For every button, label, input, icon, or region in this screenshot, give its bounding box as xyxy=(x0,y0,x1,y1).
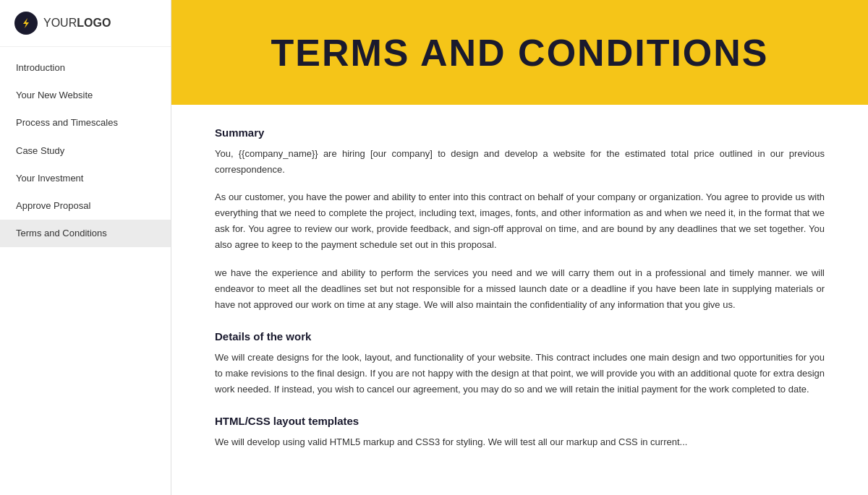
logo-area: YOURLOGO xyxy=(0,0,171,47)
lightning-bolt-icon xyxy=(14,12,38,35)
logo-text: YOURLOGO xyxy=(43,17,111,30)
sidebar-item-process-and-timescales[interactable]: Process and Timescales xyxy=(0,109,171,137)
sidebar: YOURLOGO IntroductionYour New WebsitePro… xyxy=(0,0,171,495)
section-heading-0: Summary xyxy=(215,126,825,139)
sidebar-item-introduction[interactable]: Introduction xyxy=(0,54,171,82)
sidebar-item-your-new-website[interactable]: Your New Website xyxy=(0,82,171,109)
content-paragraph-1-0: We will create designs for the look, lay… xyxy=(215,350,825,397)
content-paragraph-2-0: We will develop using valid HTML5 markup… xyxy=(215,434,825,450)
page-title: TERMS AND CONDITIONS xyxy=(271,31,768,74)
main-content: TERMS AND CONDITIONS SummaryYou, {{compa… xyxy=(171,0,868,495)
sidebar-item-your-investment[interactable]: Your Investment xyxy=(0,165,171,192)
sidebar-item-approve-proposal[interactable]: Approve Proposal xyxy=(0,192,171,220)
content-paragraph-0-2: we have the experience and ability to pe… xyxy=(215,265,825,313)
content-area: SummaryYou, {{company_name}} are hiring … xyxy=(171,105,868,495)
section-heading-2: HTML/CSS layout templates xyxy=(215,415,825,427)
logo-suffix: LOGO xyxy=(77,17,111,29)
hero-banner: TERMS AND CONDITIONS xyxy=(171,0,868,105)
content-paragraph-0-0: You, {{company_name}} are hiring [our co… xyxy=(215,146,825,178)
section-heading-1: Details of the work xyxy=(215,330,825,343)
logo-prefix: YOUR xyxy=(43,17,77,29)
sidebar-item-case-study[interactable]: Case Study xyxy=(0,137,171,165)
navigation-menu: IntroductionYour New WebsiteProcess and … xyxy=(0,47,171,495)
sidebar-item-terms-and-conditions[interactable]: Terms and Conditions xyxy=(0,220,171,247)
svg-marker-0 xyxy=(23,18,29,28)
content-paragraph-0-1: As our customer, you have the power and … xyxy=(215,189,825,253)
